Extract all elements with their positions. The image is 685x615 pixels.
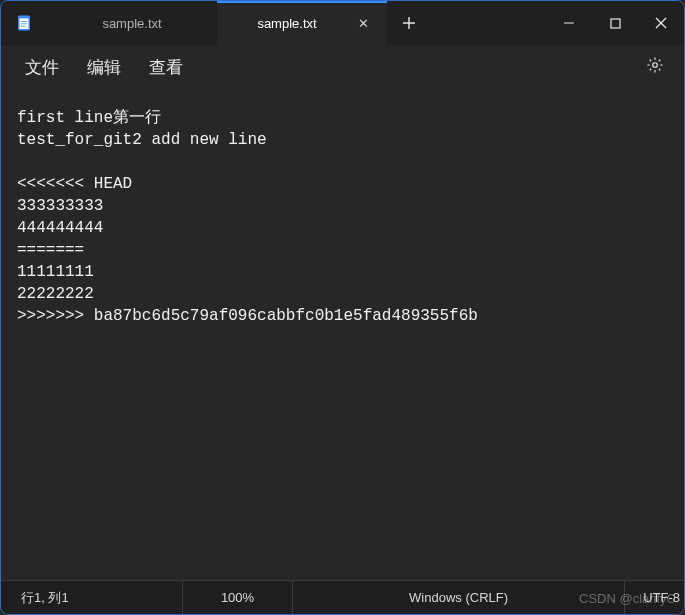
close-icon: [655, 17, 667, 29]
menu-file[interactable]: 文件: [11, 50, 73, 85]
tab-label: sample.txt: [233, 16, 341, 31]
close-icon[interactable]: ✕: [355, 16, 371, 31]
plus-icon: [402, 16, 416, 30]
menu-view[interactable]: 查看: [135, 50, 197, 85]
status-encoding[interactable]: UTF-8: [625, 581, 682, 614]
window-controls: [546, 1, 684, 45]
tab-strip: sample.txt sample.txt ✕: [47, 1, 546, 45]
text-editor[interactable]: first line第一行 test_for_git2 add new line…: [1, 89, 684, 580]
menu-edit[interactable]: 编辑: [73, 50, 135, 85]
status-line-ending[interactable]: Windows (CRLF): [293, 581, 625, 614]
svg-rect-8: [611, 19, 620, 28]
notepad-icon: [15, 14, 33, 32]
tab-active[interactable]: sample.txt ✕: [217, 1, 387, 45]
statusbar: 行1, 列1 100% Windows (CRLF) UTF-8 CSDN @c…: [1, 580, 684, 614]
tab-label: sample.txt: [63, 16, 201, 31]
status-cursor-position[interactable]: 行1, 列1: [3, 581, 183, 614]
gear-icon: [646, 56, 664, 74]
maximize-icon: [610, 18, 621, 29]
minimize-icon: [563, 17, 575, 29]
new-tab-button[interactable]: [387, 1, 431, 45]
titlebar: sample.txt sample.txt ✕: [1, 1, 684, 45]
settings-button[interactable]: [636, 50, 674, 84]
minimize-button[interactable]: [546, 1, 592, 45]
close-button[interactable]: [638, 1, 684, 45]
tab-inactive[interactable]: sample.txt: [47, 1, 217, 45]
menubar: 文件 编辑 查看: [1, 45, 684, 89]
app-icon: [1, 1, 47, 45]
maximize-button[interactable]: [592, 1, 638, 45]
svg-point-11: [653, 63, 658, 68]
status-zoom[interactable]: 100%: [183, 581, 293, 614]
